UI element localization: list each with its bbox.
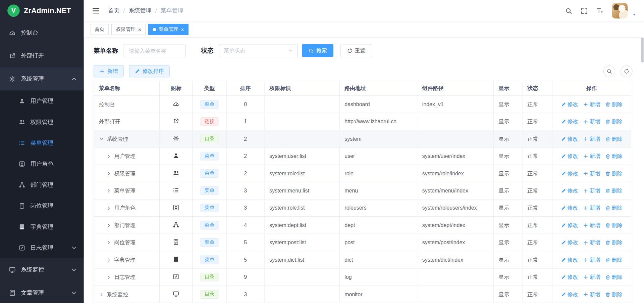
- sidebar-item-log[interactable]: 日志管理: [0, 237, 84, 258]
- close-icon[interactable]: ×: [181, 27, 184, 32]
- breadcrumb-system[interactable]: 系统管理: [128, 7, 152, 14]
- status-select[interactable]: 菜单状态: [219, 44, 298, 57]
- row-actions: 修改新增删除: [552, 217, 631, 234]
- sidebar-item-dept[interactable]: 部门管理: [0, 174, 84, 195]
- expand-row-icon[interactable]: [106, 154, 111, 159]
- row-add-link[interactable]: 新增: [583, 273, 600, 281]
- breadcrumb-home[interactable]: 首页: [108, 7, 119, 14]
- reset-button[interactable]: 重置: [340, 44, 372, 57]
- expand-row-icon[interactable]: [106, 223, 111, 228]
- row-add-link[interactable]: 新增: [583, 153, 600, 160]
- row-delete-link[interactable]: 删除: [605, 239, 622, 246]
- expand-row-icon[interactable]: [106, 240, 111, 245]
- edit-icon: [561, 257, 566, 262]
- fullscreen-icon[interactable]: [581, 7, 588, 14]
- row-add-link[interactable]: 新增: [583, 170, 600, 177]
- avatar[interactable]: [612, 3, 628, 19]
- row-edit-link[interactable]: 修改: [561, 153, 578, 160]
- close-icon[interactable]: ×: [138, 27, 141, 32]
- row-add-link[interactable]: 新增: [583, 135, 600, 142]
- row-delete-link[interactable]: 删除: [605, 100, 622, 108]
- sort-button[interactable]: 修改排序: [129, 65, 169, 77]
- sidebar-item-user[interactable]: 用户管理: [0, 90, 84, 111]
- row-edit-link[interactable]: 修改: [561, 187, 578, 194]
- row-delete-link[interactable]: 删除: [605, 291, 622, 298]
- page-scrollbar[interactable]: [641, 0, 643, 303]
- breadcrumb: 首页 / 系统管理 / 菜单管理: [108, 7, 183, 14]
- row-edit-link[interactable]: 修改: [561, 256, 578, 263]
- sidebar-item-post[interactable]: 岗位管理: [0, 196, 84, 216]
- row-add-link[interactable]: 新增: [583, 100, 600, 108]
- row-edit-link[interactable]: 修改: [561, 273, 578, 281]
- row-edit-link[interactable]: 修改: [561, 118, 578, 125]
- edit-icon: [561, 102, 566, 107]
- table-row: 控制台菜单0dashboardindex_v1显示正常修改新增删除: [94, 96, 631, 113]
- sidebar-item-dict[interactable]: 字典管理: [0, 216, 84, 237]
- expand-row-icon[interactable]: [106, 257, 111, 262]
- search-icon: [309, 48, 314, 53]
- font-size-icon[interactable]: [596, 7, 603, 14]
- row-edit-link[interactable]: 修改: [561, 239, 578, 246]
- refresh-table-button[interactable]: [621, 65, 633, 77]
- row-delete-link[interactable]: 删除: [605, 204, 622, 212]
- sidebar-item-label: 控制台: [21, 29, 77, 37]
- row-delete-link[interactable]: 删除: [605, 170, 622, 177]
- row-edit-link[interactable]: 修改: [561, 170, 578, 177]
- sidebar-item-monitor[interactable]: 系统监控: [0, 258, 84, 282]
- row-add-link[interactable]: 新增: [583, 221, 600, 229]
- row-delete-link[interactable]: 删除: [605, 153, 622, 160]
- sidebar-item-dashboard[interactable]: 控制台: [0, 21, 84, 45]
- collapse-row-icon[interactable]: [99, 136, 104, 141]
- sidebar-item-roleusers[interactable]: 用户角色: [0, 154, 84, 174]
- expand-row-icon[interactable]: [106, 188, 111, 193]
- sidebar-item-menu[interactable]: 菜单管理: [0, 132, 84, 153]
- row-delete-link[interactable]: 删除: [605, 187, 622, 194]
- logo[interactable]: V ZrAdmin.NET: [0, 0, 84, 21]
- plus-icon: [583, 136, 588, 141]
- tab-role[interactable]: 权限管理 ×: [111, 24, 146, 35]
- row-delete-link[interactable]: 删除: [605, 221, 622, 229]
- header-search-icon[interactable]: [565, 7, 572, 14]
- sidebar-item-external[interactable]: 外部打开: [0, 44, 84, 68]
- row-add-link[interactable]: 新增: [583, 256, 600, 263]
- caret-down-icon[interactable]: [632, 12, 637, 16]
- menu-name-input[interactable]: [124, 44, 186, 57]
- search-button[interactable]: 搜索: [302, 44, 333, 57]
- sidebar-item-role[interactable]: 权限管理: [0, 112, 84, 132]
- edit-icon: [561, 240, 566, 245]
- tab-home[interactable]: 首页: [90, 24, 109, 35]
- tab-menu[interactable]: 菜单管理 ×: [148, 24, 189, 35]
- show-search-button[interactable]: [603, 65, 615, 77]
- row-add-link[interactable]: 新增: [583, 239, 600, 246]
- expand-row-icon[interactable]: [106, 274, 111, 279]
- row-edit-link[interactable]: 修改: [561, 100, 578, 108]
- expand-row-icon[interactable]: [99, 292, 104, 297]
- collapse-sidebar-icon[interactable]: [92, 7, 100, 14]
- row-add-link[interactable]: 新增: [583, 187, 600, 194]
- row-delete-link[interactable]: 删除: [605, 118, 622, 125]
- edit-icon: [561, 223, 566, 228]
- row-actions: 修改新增删除: [552, 96, 631, 113]
- org-tree-icon: [173, 222, 179, 228]
- row-edit-link[interactable]: 修改: [561, 221, 578, 229]
- user-role-icon: [19, 161, 25, 167]
- add-button[interactable]: 新增: [94, 65, 123, 77]
- row-delete-link[interactable]: 删除: [605, 135, 622, 142]
- row-add-link[interactable]: 新增: [583, 291, 600, 298]
- sidebar-item-label: 系统监控: [21, 266, 65, 273]
- row-edit-link[interactable]: 修改: [561, 135, 578, 142]
- sidebar-item-system[interactable]: 系统管理: [0, 68, 84, 91]
- row-delete-link[interactable]: 删除: [605, 273, 622, 281]
- menu-route: dict: [339, 251, 417, 268]
- row-edit-link[interactable]: 修改: [561, 204, 578, 212]
- row-add-link[interactable]: 新增: [583, 118, 600, 125]
- row-add-link[interactable]: 新增: [583, 204, 600, 212]
- edit-icon: [561, 292, 566, 297]
- expand-row-icon[interactable]: [106, 171, 111, 176]
- menu-route: http://www.izhaorui.cn: [339, 113, 417, 130]
- expand-row-icon[interactable]: [106, 206, 111, 211]
- navbar: 首页 / 系统管理 / 菜单管理: [84, 0, 644, 21]
- row-edit-link[interactable]: 修改: [561, 291, 578, 298]
- row-delete-link[interactable]: 删除: [605, 256, 622, 263]
- sidebar-item-article[interactable]: 文章管理: [0, 282, 84, 303]
